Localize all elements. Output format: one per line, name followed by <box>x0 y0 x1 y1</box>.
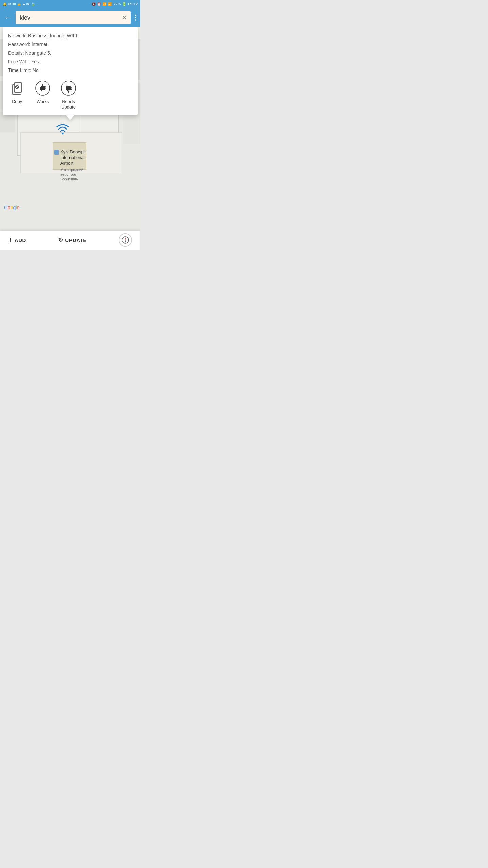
dc-icon: DC <box>12 2 16 6</box>
copy-icon <box>8 79 26 97</box>
update-icon: ↻ <box>58 236 63 244</box>
airport-info: Kyiv BoryspilInternationalAirport Міжнар… <box>54 149 85 182</box>
signal-icon: 📶 <box>108 2 112 6</box>
leaf-icon: 🍃 <box>31 2 35 6</box>
update-label: UPDATE <box>65 237 87 243</box>
update-button[interactable]: ↻ UPDATE <box>58 236 87 244</box>
search-query: kiev <box>20 14 30 21</box>
more-options-button[interactable] <box>134 13 138 22</box>
needs-update-button[interactable]: Needs Update <box>60 79 77 110</box>
add-button[interactable]: + ADD <box>8 236 26 244</box>
weather-icon: ☁ <box>22 2 25 6</box>
copy-button[interactable]: Copy <box>8 79 26 104</box>
google-e: e <box>17 205 19 210</box>
add-label: ADD <box>15 237 26 243</box>
privacy-icon: 🔒 <box>17 2 21 6</box>
notification-icon: 🔔 <box>3 2 7 6</box>
mute-icon: 🔇 <box>92 2 96 6</box>
time-display: 09:12 <box>128 2 138 6</box>
time-limit-info: Time Limit: No <box>8 67 132 74</box>
thumbs-down-icon <box>60 79 77 97</box>
dot1 <box>135 15 136 16</box>
map-area[interactable]: Network: Business_lounge_WIFI Password: … <box>0 27 140 231</box>
email-icon: ✉ <box>8 2 11 6</box>
airport-marker <box>54 150 59 155</box>
status-icons-right: 🔇 ⏰ 📶 📶 72% 🔋 09:12 <box>92 2 138 6</box>
clear-button[interactable]: ✕ <box>122 14 127 21</box>
status-icons-left: 🔔 ✉ DC 🔒 ☁ 🛍 🍃 <box>3 2 35 6</box>
add-icon: + <box>8 236 13 244</box>
svg-point-6 <box>62 133 63 134</box>
back-button[interactable]: ← <box>3 12 13 23</box>
copy-label: Copy <box>12 99 22 104</box>
dot3 <box>135 19 136 21</box>
dot2 <box>135 17 136 18</box>
google-logo: Google <box>4 205 19 210</box>
compass-button[interactable] <box>119 233 132 247</box>
bag-icon: 🛍 <box>26 2 30 6</box>
battery-icon: 🔋 <box>122 2 127 6</box>
google-g: G <box>4 205 8 210</box>
wifi-popup-card: Network: Business_lounge_WIFI Password: … <box>3 27 138 115</box>
search-box[interactable]: kiev ✕ <box>16 11 131 24</box>
wifi-info: Network: Business_lounge_WIFI Password: … <box>8 33 132 74</box>
network-info: Network: Business_lounge_WIFI <box>8 33 132 39</box>
battery-text: 72% <box>113 2 121 6</box>
wifi-status-icon: 📶 <box>102 2 106 6</box>
google-o1: o <box>8 205 11 210</box>
alarm-icon: ⏰ <box>97 2 101 6</box>
compass-icon <box>122 236 129 244</box>
header: ← kiev ✕ <box>0 8 140 27</box>
free-wifi-info: Free WiFi: Yes <box>8 59 132 65</box>
airport-name-local: МіжнароднийаеропортБориспіль <box>60 167 85 182</box>
bottom-bar: + ADD ↻ UPDATE <box>0 231 140 250</box>
works-button[interactable]: Works <box>34 79 52 104</box>
details-info: Details: Near gate 5. <box>8 50 132 57</box>
password-info: Password: internet <box>8 41 132 48</box>
needs-update-label: Needs Update <box>61 99 76 110</box>
popup-actions: Copy Works <box>8 79 132 110</box>
works-label: Works <box>37 99 49 104</box>
thumbs-up-icon <box>34 79 52 97</box>
wifi-signal-icon-2 <box>56 124 69 135</box>
airport-name: Kyiv BoryspilInternationalAirport <box>60 149 85 166</box>
status-bar: 🔔 ✉ DC 🔒 ☁ 🛍 🍃 🔇 ⏰ 📶 📶 72% 🔋 09:12 <box>0 0 140 8</box>
wifi-marker-2[interactable] <box>56 124 69 135</box>
